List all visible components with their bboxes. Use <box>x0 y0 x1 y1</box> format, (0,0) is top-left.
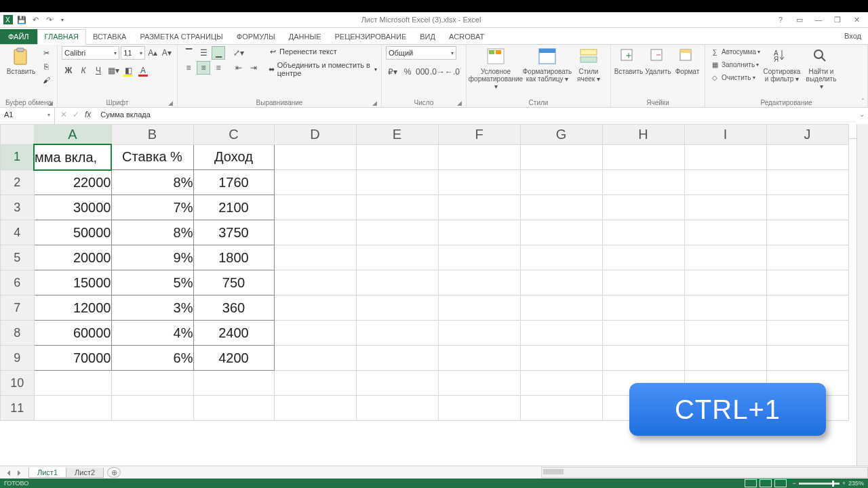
vertical-scrollbar[interactable] <box>856 124 868 466</box>
tab-acrobat[interactable]: ACROBAT <box>442 30 491 44</box>
align-top-icon[interactable]: ▔ <box>182 46 195 60</box>
cell[interactable] <box>602 195 684 220</box>
cell[interactable] <box>111 371 193 396</box>
cell[interactable] <box>274 170 356 195</box>
cell[interactable] <box>274 144 356 170</box>
cancel-formula-icon[interactable]: ✕ <box>60 110 67 119</box>
cell[interactable] <box>274 296 356 321</box>
copy-icon[interactable]: ⎘ <box>41 61 52 72</box>
cell[interactable] <box>274 321 356 346</box>
horizontal-scrollbar[interactable] <box>541 467 868 478</box>
cell[interactable] <box>356 220 438 245</box>
cell[interactable] <box>684 346 766 371</box>
cell[interactable] <box>520 170 602 195</box>
cell[interactable] <box>520 220 602 245</box>
col-header-F[interactable]: F <box>438 125 520 145</box>
zoom-in-icon[interactable]: + <box>842 480 846 487</box>
conditional-format-button[interactable]: Условное форматирование ▾ <box>471 46 521 90</box>
italic-button[interactable]: К <box>77 64 90 77</box>
close-icon[interactable]: ✕ <box>850 16 863 24</box>
cell[interactable]: 12000 <box>34 296 111 321</box>
align-right-icon[interactable]: ≡ <box>212 61 225 75</box>
paste-button[interactable]: Вставить <box>4 46 38 75</box>
cell[interactable]: 70000 <box>34 346 111 371</box>
cell[interactable] <box>274 195 356 220</box>
minimize-icon[interactable]: ― <box>812 16 825 24</box>
cell[interactable] <box>438 371 520 396</box>
cell[interactable]: 7% <box>111 195 193 220</box>
fx-icon[interactable]: fx <box>85 110 91 119</box>
merge-center-button[interactable]: ⬌Объединить и поместить в центре▾ <box>267 61 377 77</box>
cell[interactable]: 60000 <box>34 321 111 346</box>
sheet-tab-1[interactable]: Лист2 <box>66 468 104 478</box>
increase-decimal-icon[interactable]: .0→ <box>431 65 444 79</box>
cell[interactable]: 5% <box>111 270 193 296</box>
tab-layout[interactable]: РАЗМЕТКА СТРАНИЦЫ <box>133 30 229 44</box>
cell[interactable] <box>438 346 520 371</box>
cell[interactable]: 50000 <box>34 220 111 245</box>
number-dialog-icon[interactable]: ◢ <box>457 100 462 106</box>
row-header[interactable]: 10 <box>1 371 35 396</box>
cell[interactable] <box>274 270 356 296</box>
cell[interactable] <box>766 220 848 245</box>
cell[interactable]: 20000 <box>34 245 111 270</box>
currency-icon[interactable]: ₽▾ <box>386 65 399 79</box>
col-header-B[interactable]: B <box>111 125 193 145</box>
qat-dropdown-icon[interactable]: ▾ <box>57 14 68 25</box>
cell[interactable] <box>602 321 684 346</box>
tab-formulas[interactable]: ФОРМУЛЫ <box>230 30 282 44</box>
cell[interactable]: Доход <box>193 144 274 170</box>
cell[interactable] <box>520 270 602 296</box>
help-icon[interactable]: ? <box>774 16 787 24</box>
format-cells-button[interactable]: Формат <box>674 46 701 75</box>
cell[interactable] <box>356 371 438 396</box>
fill-button[interactable]: ▦Заполнить▾ <box>709 59 760 70</box>
cell[interactable] <box>356 396 438 421</box>
col-header-J[interactable]: J <box>766 125 848 145</box>
row-header[interactable]: 1 <box>1 144 35 170</box>
cell[interactable] <box>602 296 684 321</box>
cell[interactable] <box>684 270 766 296</box>
maximize-icon[interactable]: ❐ <box>831 16 844 24</box>
decrease-font-icon[interactable]: A▾ <box>160 46 173 60</box>
cell[interactable] <box>356 170 438 195</box>
row-header[interactable]: 9 <box>1 346 35 371</box>
cell[interactable]: 9% <box>111 245 193 270</box>
font-color-button[interactable]: A <box>136 64 150 77</box>
cell[interactable] <box>520 396 602 421</box>
sheet-nav-first-icon[interactable]: ⏴ <box>5 468 13 476</box>
ribbon-options-icon[interactable]: ▭ <box>793 16 806 24</box>
tab-review[interactable]: РЕЦЕНЗИРОВАНИЕ <box>328 30 413 44</box>
row-header[interactable]: 7 <box>1 296 35 321</box>
find-select-button[interactable]: Найти и выделить ▾ <box>804 46 839 90</box>
name-box[interactable]: A1▾ <box>0 108 54 122</box>
cell[interactable] <box>602 170 684 195</box>
cell-styles-button[interactable]: Стили ячеек ▾ <box>574 46 604 83</box>
cell[interactable]: 15000 <box>34 270 111 296</box>
cell[interactable]: 6% <box>111 346 193 371</box>
cell[interactable] <box>602 270 684 296</box>
cell[interactable]: 750 <box>193 270 274 296</box>
cell[interactable] <box>438 270 520 296</box>
sheet-nav-last-icon[interactable]: ⏵ <box>16 468 23 476</box>
cell[interactable] <box>274 245 356 270</box>
cut-icon[interactable]: ✂ <box>41 47 52 58</box>
cell[interactable] <box>520 371 602 396</box>
cell[interactable] <box>438 144 520 170</box>
tab-home[interactable]: ГЛАВНАЯ <box>37 29 86 45</box>
collapse-ribbon-icon[interactable]: ˆ <box>862 98 864 106</box>
cell[interactable] <box>520 321 602 346</box>
align-bottom-icon[interactable]: ▁ <box>212 46 225 60</box>
sign-in[interactable]: Вход <box>837 32 868 40</box>
view-layout-icon[interactable] <box>760 479 772 487</box>
cell[interactable] <box>438 321 520 346</box>
cell[interactable] <box>766 270 848 296</box>
cell[interactable] <box>274 396 356 421</box>
cell[interactable] <box>274 346 356 371</box>
font-size-combo[interactable]: 11▾ <box>121 46 145 60</box>
cell[interactable] <box>684 195 766 220</box>
cell[interactable] <box>438 245 520 270</box>
cell[interactable]: 1800 <box>193 245 274 270</box>
view-normal-icon[interactable] <box>745 479 757 487</box>
cell[interactable] <box>602 144 684 170</box>
